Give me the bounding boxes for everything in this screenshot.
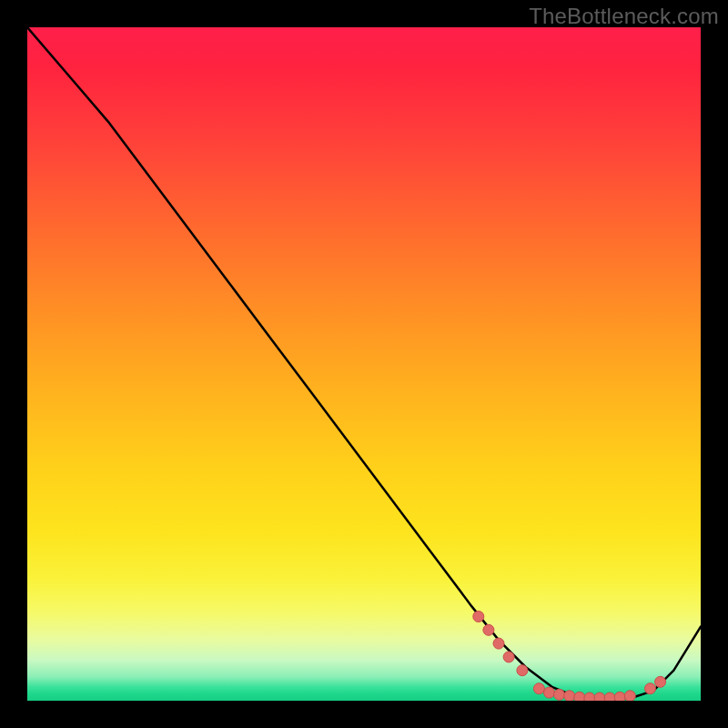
data-marker xyxy=(544,687,555,698)
data-marker xyxy=(517,665,528,676)
data-marker xyxy=(624,691,635,701)
data-marker xyxy=(584,693,595,701)
data-marker xyxy=(554,689,565,700)
chart-frame: TheBottleneck.com xyxy=(0,0,728,728)
data-marker xyxy=(645,683,656,694)
data-marker xyxy=(614,692,625,701)
watermark-text: TheBottleneck.com xyxy=(529,4,719,29)
data-marker xyxy=(594,693,605,701)
data-marker xyxy=(483,624,494,635)
curve-layer xyxy=(27,27,701,701)
bottleneck-curve xyxy=(27,27,701,700)
data-marker xyxy=(564,691,575,701)
data-marker xyxy=(493,638,504,649)
data-marker xyxy=(473,612,484,622)
marker-layer xyxy=(473,612,666,702)
data-marker xyxy=(574,692,585,701)
plot-area xyxy=(27,27,701,701)
data-marker xyxy=(503,652,514,662)
data-marker xyxy=(655,676,666,687)
data-marker xyxy=(533,683,544,694)
data-marker xyxy=(604,693,615,701)
